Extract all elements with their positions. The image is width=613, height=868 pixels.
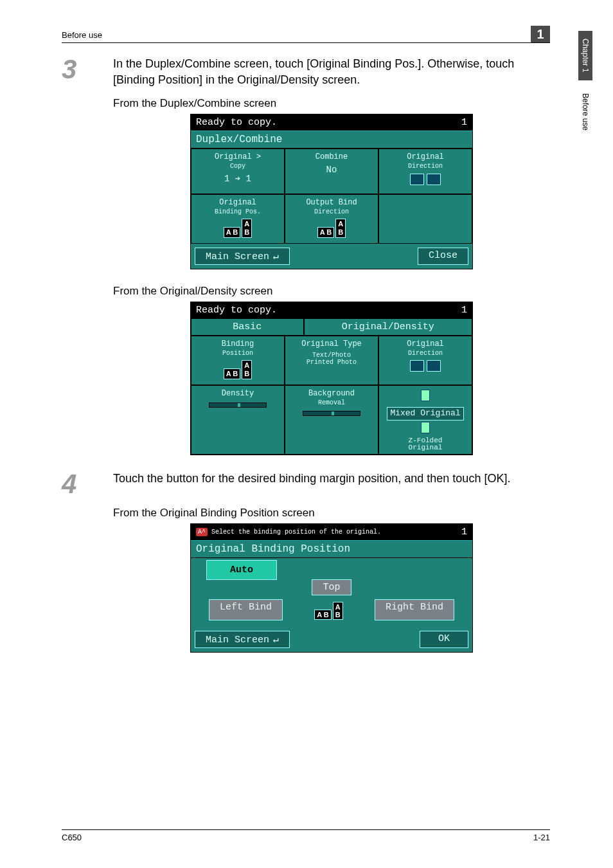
- panel3-right-bind-button[interactable]: Right Bind: [375, 599, 454, 620]
- panel1-original-direction[interactable]: OriginalDirection: [378, 149, 472, 194]
- panel1-title: Duplex/Combine: [191, 131, 472, 149]
- step4-sub1: From the Original Binding Position scree…: [113, 507, 550, 520]
- ab-icon: AB: [242, 219, 252, 237]
- panel2-count: 1: [461, 305, 467, 316]
- footer-page: 1-21: [533, 833, 550, 842]
- panel1-main-screen-button[interactable]: Main Screen↵: [195, 248, 290, 265]
- panel3-main-screen-button[interactable]: Main Screen↵: [195, 631, 290, 648]
- direction-icon: [410, 174, 424, 185]
- ab-icon: AB: [335, 219, 346, 237]
- direction-icon: [427, 360, 441, 372]
- panel3-hint: Select the binding position of the origi…: [211, 529, 381, 536]
- ab-icon: AB: [242, 360, 252, 379]
- step3-sub1: From the Duplex/Combine screen: [113, 97, 550, 110]
- ab-icon: A B: [224, 368, 241, 379]
- ab-icon: A B: [317, 227, 335, 238]
- panel3-title: Original Binding Position: [191, 540, 472, 558]
- document-icon: [421, 390, 430, 401]
- step-number-4: 4: [62, 471, 113, 498]
- panel1-original-copy[interactable]: Original >Copy 1 ➔ 1: [191, 149, 285, 194]
- side-tab-chapter: Chapter 1: [578, 31, 592, 80]
- background-slider-icon: [303, 411, 360, 416]
- step4-text: Touch the button for the desired binding…: [113, 471, 550, 498]
- panel2-mixed-zfolded[interactable]: Mixed Original Z-FoldedOriginal: [378, 385, 472, 455]
- panel3-auto-button[interactable]: Auto: [206, 560, 277, 580]
- side-tab-before-use: Before use: [578, 86, 592, 138]
- help-icon: A^: [196, 528, 208, 536]
- return-icon: ↵: [273, 635, 279, 646]
- direction-icon: [410, 360, 424, 372]
- footer-model: C650: [62, 833, 82, 842]
- header-chapter-num: 1: [531, 26, 550, 42]
- panel-duplex-combine: Ready to copy. 1 Duplex/Combine Original…: [190, 114, 473, 269]
- direction-icon: [427, 174, 441, 185]
- panel1-close-button[interactable]: Close: [418, 248, 468, 265]
- binding-diagram-icon: A BAB: [314, 602, 344, 620]
- panel2-density[interactable]: Density: [191, 385, 285, 455]
- page-footer: C650 1-21: [62, 829, 550, 842]
- panel2-background-removal[interactable]: BackgroundRemoval: [285, 385, 378, 455]
- step3-sub2: From the Original/Density screen: [113, 285, 550, 298]
- density-slider-icon: [209, 402, 267, 408]
- ab-icon: A B: [224, 227, 241, 238]
- panel1-combine[interactable]: Combine No: [285, 149, 378, 194]
- panel2-binding-position[interactable]: BindingPosition A BAB: [191, 336, 285, 385]
- panel2-status: Ready to copy.: [196, 305, 277, 316]
- document-icon: [421, 422, 430, 433]
- panel2-tab-basic[interactable]: Basic: [191, 318, 304, 336]
- header-left: Before use: [62, 30, 102, 40]
- panel2-original-direction[interactable]: OriginalDirection: [378, 336, 472, 385]
- panel1-empty-cell: [378, 194, 472, 244]
- side-tabs: Before use Chapter 1: [578, 26, 592, 138]
- panel-original-binding-position: A^ Select the binding position of the or…: [190, 523, 473, 653]
- return-icon: ↵: [273, 251, 279, 262]
- step-number-3: 3: [62, 56, 113, 88]
- panel1-original-binding-pos[interactable]: OriginalBinding Pos. A BAB: [191, 194, 285, 244]
- panel3-top-button[interactable]: Top: [312, 579, 351, 595]
- panel2-original-type[interactable]: Original Type Text/PhotoPrinted Photo: [285, 336, 378, 385]
- page-header: Before use 1: [62, 26, 550, 43]
- panel1-output-bind-direction[interactable]: Output BindDirection A BAB: [285, 194, 378, 244]
- step3-text: In the Duplex/Combine screen, touch [Ori…: [113, 56, 550, 88]
- panel1-count: 1: [461, 117, 467, 128]
- panel1-status: Ready to copy.: [196, 117, 277, 128]
- panel3-count: 1: [461, 527, 467, 538]
- panel-original-density: Ready to copy. 1 Basic Original/Density …: [190, 302, 473, 456]
- panel2-tab-original-density[interactable]: Original/Density: [304, 318, 472, 336]
- panel3-ok-button[interactable]: OK: [420, 631, 468, 648]
- panel3-left-bind-button[interactable]: Left Bind: [209, 599, 283, 620]
